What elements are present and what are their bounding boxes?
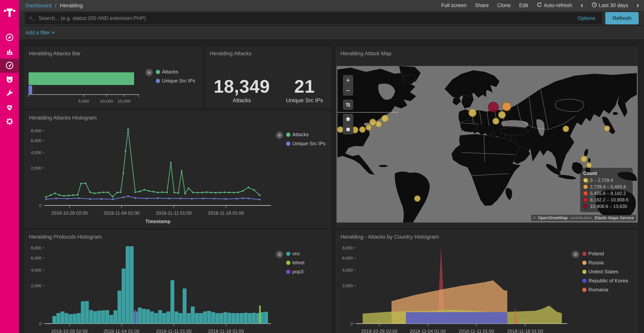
panel-title: Heralding Attacks <box>206 47 331 58</box>
time-range-picker[interactable]: Last 30 days <box>592 2 628 9</box>
legend-color-dot <box>582 252 586 256</box>
clone-button[interactable]: Clone <box>497 3 511 9</box>
legend-item[interactable]: vnc <box>286 251 304 257</box>
legend-item[interactable]: Russia <box>582 260 628 266</box>
map-legend-label: 5,455.8 – 8,182.2 <box>590 191 626 196</box>
attack-location-dot[interactable] <box>488 102 498 112</box>
attack-location-dot[interactable] <box>469 109 476 117</box>
panel-title: Heralding Attack Map <box>336 47 638 58</box>
sidebar-item-monitoring[interactable] <box>0 101 19 115</box>
compass-icon <box>5 33 14 43</box>
legend-item[interactable]: Republic of Korea <box>582 278 628 284</box>
svg-text:4,000: 4,000 <box>31 268 42 272</box>
legend-item[interactable]: Attacks <box>156 69 195 75</box>
svg-text:2018-10-28 02:00: 2018-10-28 02:00 <box>51 328 88 333</box>
gear-icon <box>5 117 14 127</box>
svg-text:2018-11-11 01:00: 2018-11-11 01:00 <box>156 210 192 216</box>
protocols-histogram-legend: »vnctelnetpop3 <box>276 241 304 333</box>
legend-expand-icon[interactable]: » <box>276 132 283 139</box>
attack-location-dot[interactable] <box>414 196 420 201</box>
legend-color-dot <box>286 270 290 274</box>
legend-expand-icon[interactable]: » <box>146 69 153 76</box>
attack-location-dot[interactable] <box>502 102 511 111</box>
attack-location-dot[interactable] <box>563 126 569 132</box>
legend-color-dot <box>582 279 586 283</box>
svg-text:2018-11-11 01:00: 2018-11-11 01:00 <box>459 328 494 333</box>
refresh-button[interactable]: Refresh <box>605 12 639 24</box>
attack-location-dot[interactable] <box>498 111 506 118</box>
legend-label: Unique Src IPs <box>162 78 195 84</box>
search-input[interactable] <box>38 15 578 21</box>
edit-button[interactable]: Edit <box>519 3 528 9</box>
fit-bounds-icon[interactable] <box>343 100 353 110</box>
auto-refresh-button[interactable]: Auto-refresh <box>536 2 572 9</box>
legend-item[interactable]: pop3 <box>286 269 304 275</box>
sidebar-item-devtools[interactable] <box>0 87 19 101</box>
breadcrumb: Dashboard / Heralding <box>25 3 83 9</box>
svg-text:5,000: 5,000 <box>78 99 89 104</box>
panel-attack-map: Heralding Attack Map <box>336 47 638 227</box>
openstreetmap-link[interactable]: OpenStreetMap <box>537 215 568 220</box>
legend-item[interactable]: telnet <box>286 260 304 266</box>
full-screen-button[interactable]: Full screen <box>441 3 466 9</box>
attack-location-dot[interactable] <box>338 127 343 133</box>
legend-item[interactable]: Romania <box>582 287 628 293</box>
svg-text:Timestamp: Timestamp <box>145 219 170 224</box>
legend-item[interactable]: Unique Src IPs <box>286 141 326 147</box>
plus-icon: + <box>50 30 55 36</box>
attack-location-dot[interactable] <box>493 118 499 124</box>
attack-location-dot[interactable] <box>366 125 371 130</box>
country-histogram-svg: 02,0004,0006,0008,0002018-10-28 02:00201… <box>336 241 572 333</box>
attacks-bar-chart[interactable]: 5,00010,00015,000 <box>25 58 146 106</box>
sidebar-item-discover[interactable] <box>0 31 19 45</box>
attack-location-dot[interactable] <box>382 115 388 122</box>
draw-rectangle-icon[interactable] <box>343 124 353 134</box>
attack-location-dot[interactable] <box>586 163 592 168</box>
svg-text:0: 0 <box>39 321 42 326</box>
attack-location-dot[interactable] <box>360 127 365 133</box>
legend-item[interactable]: United States <box>582 269 628 275</box>
elastic-maps-link[interactable]: Elastic Maps Service <box>594 215 634 220</box>
add-filter-link[interactable]: Add a filter+ <box>26 30 55 36</box>
attack-location-dot[interactable] <box>370 119 376 125</box>
share-button[interactable]: Share <box>475 3 489 9</box>
svg-text:2018-11-18 01:00: 2018-11-18 01:00 <box>507 328 543 333</box>
zoom-out-button[interactable]: − <box>343 85 353 96</box>
attack-location-dot[interactable] <box>581 156 587 162</box>
bear-icon <box>5 75 14 85</box>
breadcrumb-dashboard-link[interactable]: Dashboard <box>25 3 52 9</box>
map-controls: + − <box>343 75 353 134</box>
map-legend-item: 8,182.2 – 10,908.6 <box>583 197 628 203</box>
legend-expand-icon[interactable]: » <box>572 251 579 258</box>
attack-location-dot[interactable] <box>376 121 382 127</box>
country-histogram-legend: »PolandRussiaUnited StatesRepublic of Ko… <box>572 241 628 333</box>
gauge-icon <box>5 61 14 71</box>
options-link[interactable]: Options <box>578 15 602 21</box>
refresh-cycle-icon <box>536 2 542 9</box>
time-forward-button[interactable]: › <box>636 2 639 9</box>
legend-label: United States <box>588 269 618 275</box>
attacks-histogram-chart[interactable]: 02,0004,0006,0008,0002018-10-28 02:00201… <box>25 122 276 226</box>
legend-expand-icon[interactable]: » <box>276 251 283 258</box>
svg-text:8,000: 8,000 <box>31 128 42 133</box>
map-legend-label: 3 – 2,729.4 <box>590 178 613 183</box>
zoom-in-button[interactable]: + <box>343 75 353 85</box>
attack-location-dot[interactable] <box>604 126 610 131</box>
attacks-bar-svg: 5,00010,00015,000 <box>25 58 146 106</box>
draw-polygon-icon[interactable] <box>343 114 353 124</box>
time-back-button[interactable]: ‹ <box>581 2 583 9</box>
sidebar-item-management[interactable] <box>0 115 19 129</box>
map-legend-dot <box>583 191 588 196</box>
svg-text:2018-11-11 01:00: 2018-11-11 01:00 <box>156 328 192 333</box>
country-histogram-chart[interactable]: 02,0004,0006,0008,0002018-10-28 02:00201… <box>336 241 572 333</box>
legend-item[interactable]: Unique Src IPs <box>156 78 195 84</box>
world-map[interactable]: + − <box>336 66 638 222</box>
sidebar-item-visualize[interactable] <box>0 45 19 59</box>
legend-color-dot <box>582 270 586 274</box>
protocols-histogram-chart[interactable]: 02,0004,0006,0008,0002018-10-28 02:00201… <box>25 241 276 333</box>
t-mobile-logo[interactable] <box>0 0 19 23</box>
legend-item[interactable]: Attacks <box>286 132 326 138</box>
sidebar-item-tpot[interactable] <box>0 73 19 87</box>
legend-item[interactable]: Poland <box>582 251 628 257</box>
sidebar-item-dashboard[interactable] <box>0 59 19 73</box>
